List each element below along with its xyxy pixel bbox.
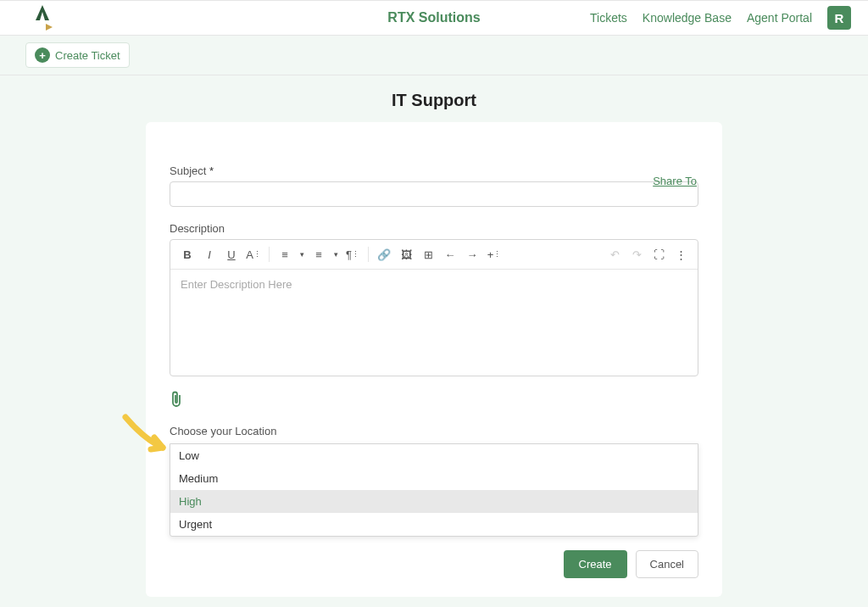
form-actions: Create Cancel <box>564 550 699 578</box>
link-icon[interactable]: 🔗 <box>374 245 394 264</box>
fullscreen-icon[interactable]: ⛶ <box>648 245 669 264</box>
dropdown-option-low[interactable]: Low <box>170 444 698 467</box>
menu-icon[interactable]: ⋮ <box>670 245 691 264</box>
dropdown-option-medium[interactable]: Medium <box>170 467 698 490</box>
create-button[interactable]: Create <box>564 550 627 578</box>
priority-dropdown: Low Medium High Urgent <box>170 443 698 537</box>
description-input[interactable]: Enter Description Here <box>170 270 698 376</box>
nav-tickets[interactable]: Tickets <box>590 11 627 25</box>
undo-icon[interactable]: ↶ <box>604 245 625 264</box>
dropdown-option-urgent[interactable]: Urgent <box>170 513 698 536</box>
arrow-back-icon[interactable]: ← <box>440 245 460 264</box>
nav-knowledge-base[interactable]: Knowledge Base <box>643 11 732 25</box>
subbar: + Create Ticket <box>0 36 868 75</box>
divider <box>368 247 369 262</box>
image-icon[interactable]: 🖼 <box>396 245 416 264</box>
plus-icon: + <box>35 47 50 63</box>
dropdown-option-high[interactable]: High <box>170 490 698 513</box>
italic-icon[interactable]: I <box>199 245 220 264</box>
ordered-list-icon[interactable]: ≡ <box>275 245 295 264</box>
paragraph-icon[interactable]: ¶⋮ <box>342 245 363 264</box>
brand-name: RTX Solutions <box>387 10 480 25</box>
attachment-icon[interactable] <box>170 390 183 413</box>
topbar: RTX Solutions Tickets Knowledge Base Age… <box>0 0 868 36</box>
caret-down-icon[interactable]: ▾ <box>331 245 341 264</box>
location-field: Choose your Location Low Medium High Urg… <box>170 425 698 437</box>
location-label: Choose your Location <box>170 425 698 437</box>
page-title: IT Support <box>0 91 868 110</box>
logo <box>25 3 59 32</box>
arrow-forward-icon[interactable]: → <box>462 245 482 264</box>
editor-toolbar: B I U A⋮ ≡ ▾ ≡ ▾ ¶⋮ 🔗 🖼 ⊞ ← → +⋮ ↶ ↷ ⛶ ⋮ <box>170 240 698 270</box>
unordered-list-icon[interactable]: ≡ <box>309 245 329 264</box>
description-label: Description <box>170 222 698 235</box>
more-format-icon[interactable]: +⋮ <box>484 245 504 264</box>
create-ticket-label: Create Ticket <box>55 49 120 62</box>
subject-label: Subject * <box>170 164 698 177</box>
underline-icon[interactable]: U <box>221 245 242 264</box>
redo-icon[interactable]: ↷ <box>626 245 647 264</box>
cancel-button[interactable]: Cancel <box>636 550 698 578</box>
nav-agent-portal[interactable]: Agent Portal <box>747 11 812 25</box>
font-icon[interactable]: A⋮ <box>243 245 264 264</box>
table-icon[interactable]: ⊞ <box>418 245 438 264</box>
divider <box>269 247 270 262</box>
caret-down-icon[interactable]: ▾ <box>297 245 307 264</box>
subject-input[interactable] <box>170 181 698 207</box>
form-card: Share To Subject * Description B I U A⋮ … <box>146 122 722 597</box>
avatar[interactable]: R <box>827 6 851 30</box>
share-link[interactable]: Share To <box>653 175 697 187</box>
bold-icon[interactable]: B <box>177 245 198 264</box>
top-nav: Tickets Knowledge Base Agent Portal R <box>590 6 851 30</box>
rich-editor: B I U A⋮ ≡ ▾ ≡ ▾ ¶⋮ 🔗 🖼 ⊞ ← → +⋮ ↶ ↷ ⛶ ⋮… <box>170 239 698 376</box>
create-ticket-button[interactable]: + Create Ticket <box>25 42 130 68</box>
